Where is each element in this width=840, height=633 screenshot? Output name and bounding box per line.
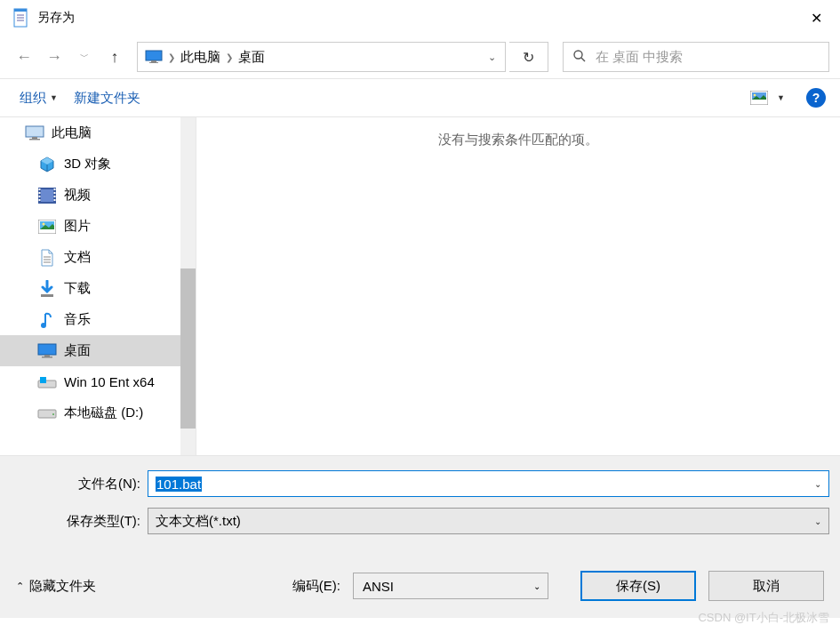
svg-rect-32 (41, 294, 53, 297)
svg-rect-1 (14, 9, 27, 12)
hide-folders-button[interactable]: ⌃ 隐藏文件夹 (16, 578, 96, 595)
view-picture-icon[interactable] (750, 91, 768, 105)
tree-item-label: 视频 (64, 187, 91, 204)
document-icon (37, 249, 57, 267)
breadcrumb-item[interactable]: 此电脑 (179, 49, 222, 66)
film-icon (37, 187, 57, 204)
filetype-label: 保存类型(T): (11, 513, 148, 530)
svg-rect-15 (29, 139, 40, 140)
tree-item-this-pc[interactable]: 此电脑 (0, 117, 196, 148)
filetype-value: 文本文档(*.txt) (156, 513, 241, 530)
view-dropdown[interactable]: ▼ (777, 93, 785, 102)
svg-point-12 (754, 94, 756, 97)
back-button[interactable]: ← (11, 44, 37, 70)
svg-point-40 (52, 413, 54, 415)
save-button[interactable]: 保存(S) (580, 571, 696, 601)
tree-item-videos[interactable]: 视频 (0, 180, 196, 211)
hide-folders-label: 隐藏文件夹 (29, 578, 96, 595)
music-icon (37, 311, 57, 329)
breadcrumb-dropdown[interactable]: ⌄ (479, 52, 505, 63)
svg-rect-6 (151, 60, 156, 62)
chevron-right-icon: ❯ (168, 52, 175, 62)
tree-item-label: 文档 (64, 249, 91, 266)
encoding-label: 编码(E): (292, 578, 340, 595)
tree-item-3d-objects[interactable]: 3D 对象 (0, 148, 196, 180)
filename-input[interactable]: 101.bat ⌄ (148, 470, 829, 497)
chevron-down-icon[interactable]: ⌄ (533, 581, 540, 591)
organize-button[interactable]: 组织▼ (14, 86, 63, 110)
toolbar: 组织▼ 新建文件夹 ▼ ? (0, 78, 840, 117)
tree-item-desktop[interactable]: 桌面 (0, 335, 196, 366)
tree-item-pictures[interactable]: 图片 (0, 211, 196, 242)
forward-button[interactable]: → (41, 44, 68, 70)
svg-rect-19 (39, 192, 41, 194)
picture-icon (37, 218, 57, 236)
filename-value: 101.bat (156, 477, 202, 492)
folder-tree: 此电脑 3D 对象 视频 图片 文档 下载 音乐 桌面 (0, 117, 196, 455)
chevron-up-icon: ⌃ (16, 581, 24, 592)
svg-point-33 (41, 323, 46, 328)
nav-bar: ← → ﹀ ↑ ❯ 此电脑 ❯ 桌面 ⌄ ↻ 在 桌面 中搜索 (0, 36, 840, 78)
titlebar: 另存为 ✕ (0, 0, 840, 36)
empty-message: 没有与搜索条件匹配的项。 (438, 132, 598, 455)
svg-rect-38 (40, 377, 46, 383)
filename-label: 文件名(N): (11, 476, 148, 493)
tree-item-label: 3D 对象 (64, 156, 111, 172)
monitor-icon (37, 342, 57, 360)
tree-item-downloads[interactable]: 下载 (0, 273, 196, 304)
recent-dropdown[interactable]: ﹀ (71, 44, 98, 70)
monitor-icon (143, 48, 164, 66)
file-list: 没有与搜索条件匹配的项。 (196, 117, 840, 455)
cancel-button[interactable]: 取消 (708, 571, 824, 601)
chevron-down-icon: ▼ (50, 93, 58, 102)
svg-rect-13 (26, 126, 44, 137)
tree-item-local-disk-d[interactable]: 本地磁盘 (D:) (0, 397, 196, 429)
svg-rect-25 (54, 199, 56, 201)
drive-icon (37, 405, 57, 422)
filetype-select[interactable]: 文本文档(*.txt) ⌄ (148, 508, 829, 534)
svg-rect-34 (38, 344, 56, 355)
footer: ⌃ 隐藏文件夹 编码(E): ANSI ⌄ 保存(S) 取消 (0, 554, 840, 618)
svg-rect-20 (39, 196, 41, 197)
tree-item-documents[interactable]: 文档 (0, 242, 196, 273)
svg-rect-21 (39, 199, 41, 201)
tree-item-label: 此电脑 (52, 124, 92, 141)
svg-point-28 (43, 222, 45, 225)
tree-item-label: 下载 (64, 280, 91, 297)
cube-icon (37, 156, 57, 173)
svg-rect-35 (44, 355, 50, 357)
svg-rect-14 (32, 137, 37, 139)
svg-line-9 (581, 58, 585, 61)
encoding-value: ANSI (363, 579, 394, 594)
notepad-icon (12, 7, 30, 28)
refresh-button[interactable]: ↻ (509, 42, 548, 72)
encoding-select[interactable]: ANSI ⌄ (353, 573, 548, 599)
watermark: CSDN @IT小白-北极冰雪 (698, 610, 829, 626)
breadcrumb[interactable]: ❯ 此电脑 ❯ 桌面 ⌄ (137, 42, 506, 72)
svg-rect-24 (54, 196, 56, 197)
new-folder-button[interactable]: 新建文件夹 (68, 86, 146, 110)
close-button[interactable]: ✕ (796, 4, 836, 32)
breadcrumb-item[interactable]: 桌面 (236, 49, 267, 66)
search-input[interactable]: 在 桌面 中搜索 (563, 42, 829, 72)
search-icon (572, 49, 587, 66)
svg-rect-5 (146, 51, 162, 60)
drive-windows-icon (37, 373, 57, 391)
up-button[interactable]: ↑ (101, 44, 128, 70)
tree-item-music[interactable]: 音乐 (0, 304, 196, 335)
tree-item-label: 桌面 (64, 342, 91, 359)
tree-item-label: Win 10 Ent x64 (64, 374, 155, 389)
scrollbar-thumb[interactable] (180, 268, 196, 429)
tree-item-label: 本地磁盘 (D:) (64, 405, 143, 421)
help-button[interactable]: ? (806, 88, 826, 108)
chevron-down-icon[interactable]: ⌄ (814, 517, 821, 526)
tree-item-label: 音乐 (64, 311, 91, 328)
svg-point-8 (574, 51, 582, 59)
tree-item-win-drive[interactable]: Win 10 Ent x64 (0, 366, 196, 397)
svg-rect-36 (42, 357, 52, 358)
download-icon (37, 280, 57, 298)
save-fields: 文件名(N): 101.bat ⌄ 保存类型(T): 文本文档(*.txt) ⌄ (0, 455, 840, 554)
chevron-down-icon[interactable]: ⌄ (814, 479, 821, 489)
svg-rect-23 (54, 192, 56, 194)
search-placeholder: 在 桌面 中搜索 (596, 49, 683, 66)
